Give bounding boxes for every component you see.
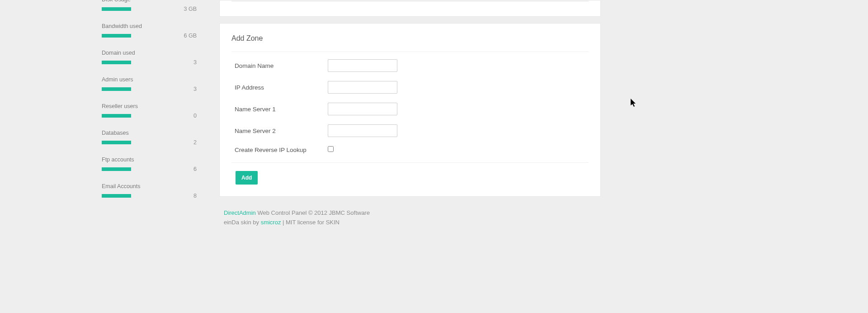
footer-skin-suffix: | MIT license for SKIN [281, 219, 340, 226]
stat-label: Disk Usage [102, 0, 197, 3]
footer-copy: Web Control Panel © 2012 JBMC Software [256, 209, 370, 216]
top-card [219, 0, 601, 17]
sidebar-stats: Disk Usage 3 GB Bandwidth used 6 GB Doma… [102, 0, 197, 210]
ip-address-input[interactable] [328, 81, 397, 94]
stat-admin-users: Admin users 3 [102, 76, 197, 92]
domain-name-input[interactable] [328, 59, 397, 72]
progress-bar [102, 114, 131, 118]
progress-bar [102, 7, 131, 11]
stat-label: Databases [102, 130, 197, 136]
footer-skin-prefix: einDa skin by [224, 219, 261, 226]
stat-value: 8 [193, 193, 197, 199]
ns2-input[interactable] [328, 124, 397, 137]
stat-value: 2 [193, 139, 197, 146]
add-zone-form: Domain Name IP Address Name Server 1 Nam… [231, 52, 589, 185]
stat-email: Email Accounts 8 [102, 183, 197, 199]
ns2-label: Name Server 2 [231, 128, 328, 134]
smicroz-link[interactable]: smicroz [261, 219, 281, 226]
add-zone-card: Add Zone Domain Name IP Address Name Ser… [219, 23, 601, 197]
stat-disk-usage: Disk Usage 3 GB [102, 0, 197, 12]
footer: DirectAdmin Web Control Panel © 2012 JBM… [219, 209, 601, 228]
progress-bar [102, 61, 131, 64]
directadmin-link[interactable]: DirectAdmin [224, 209, 256, 216]
stat-value: 6 GB [184, 33, 197, 39]
progress-bar [102, 194, 131, 198]
ns1-label: Name Server 1 [231, 106, 328, 113]
stat-value: 3 [193, 86, 197, 92]
stat-databases: Databases 2 [102, 130, 197, 146]
stat-value: 6 [193, 166, 197, 172]
stat-label: Reseller users [102, 103, 197, 109]
stat-domain: Domain used 3 [102, 50, 197, 66]
add-button[interactable]: Add [236, 171, 258, 185]
progress-bar [102, 141, 131, 144]
progress-bar [102, 87, 131, 91]
stat-label: Email Accounts [102, 183, 197, 190]
stat-label: Bandwidth used [102, 23, 197, 29]
progress-bar [102, 167, 131, 171]
ip-address-label: IP Address [231, 84, 328, 91]
reverse-ip-checkbox[interactable] [328, 146, 334, 152]
stat-value: 3 GB [184, 6, 197, 12]
cursor-icon [631, 99, 637, 108]
stat-value: 3 [193, 59, 197, 66]
domain-name-label: Domain Name [231, 62, 328, 69]
ns1-input[interactable] [328, 103, 397, 115]
stat-reseller-users: Reseller users 0 [102, 103, 197, 119]
stat-label: Ftp accounts [102, 156, 197, 163]
stat-ftp: Ftp accounts 6 [102, 156, 197, 172]
reverse-ip-label: Create Reverse IP Lookup [231, 147, 328, 153]
card-title: Add Zone [231, 34, 589, 52]
stat-bandwidth: Bandwidth used 6 GB [102, 23, 197, 39]
stat-value: 0 [193, 113, 197, 119]
stat-label: Domain used [102, 50, 197, 56]
stat-label: Admin users [102, 76, 197, 83]
progress-bar [102, 34, 131, 38]
